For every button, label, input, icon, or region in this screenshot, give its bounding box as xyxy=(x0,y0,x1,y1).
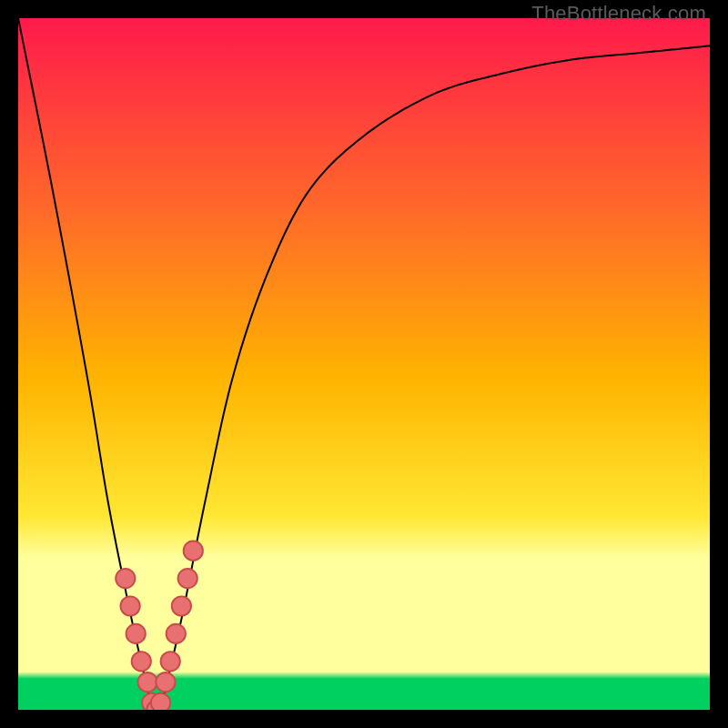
marker-dot xyxy=(137,672,157,692)
marker-dot xyxy=(132,652,151,671)
marker-dot xyxy=(172,596,191,615)
marker-dot xyxy=(151,693,170,710)
marker-dot xyxy=(184,541,203,561)
marker-dot xyxy=(156,672,175,692)
marker-dot xyxy=(116,569,135,588)
marker-dot xyxy=(161,652,180,671)
outer-frame: TheBottleneck.com xyxy=(0,0,728,728)
chart-svg xyxy=(18,18,710,710)
plot-area xyxy=(18,18,710,710)
highlighted-points xyxy=(116,541,203,710)
marker-dot xyxy=(167,624,186,643)
marker-dot xyxy=(178,569,197,588)
watermark-text: TheBottleneck.com xyxy=(531,2,706,25)
marker-dot xyxy=(126,624,146,643)
marker-dot xyxy=(120,596,139,615)
